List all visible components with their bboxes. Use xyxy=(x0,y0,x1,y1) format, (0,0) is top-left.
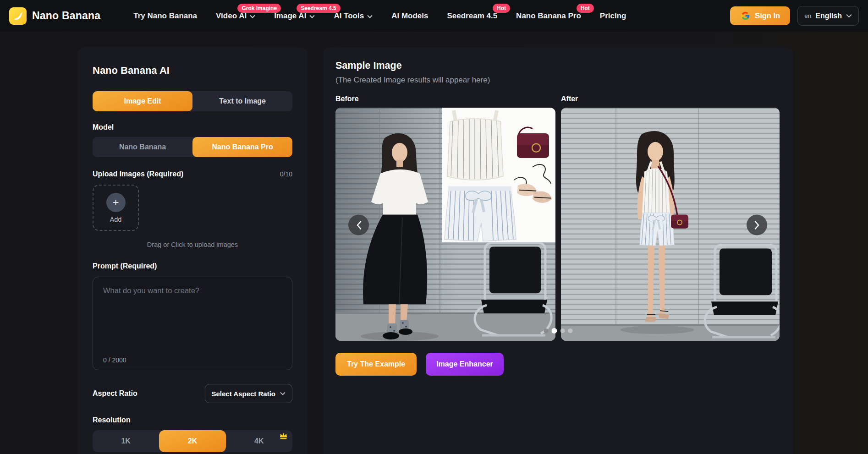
prompt-label: Prompt (Required) xyxy=(93,262,292,270)
chevron-down-icon xyxy=(367,15,373,18)
nav-item-nano-banana-pro[interactable]: Hot Nano Banana Pro xyxy=(516,11,581,21)
char-counter: 0 / 2000 xyxy=(103,356,126,364)
tab-image-edit[interactable]: Image Edit xyxy=(93,91,192,111)
nav-item-try-nano-banana[interactable]: Try Nano Banana xyxy=(133,11,197,21)
resolution-label: Resolution xyxy=(93,416,292,424)
before-after-carousel: Before xyxy=(335,95,781,341)
model-switch: Nano Banana Nano Banana Pro xyxy=(93,137,292,157)
model-option-nano-banana-pro[interactable]: Nano Banana Pro xyxy=(192,137,292,157)
language-selector[interactable]: en English xyxy=(797,6,859,26)
after-label: After xyxy=(561,95,780,103)
carousel-dot-2[interactable] xyxy=(552,328,557,334)
prompt-input[interactable] xyxy=(93,277,292,346)
nav-links: Try Nano Banana Grok Imagine Video AI Se… xyxy=(133,11,626,21)
model-label: Model xyxy=(93,123,292,131)
resolution-option-2k[interactable]: 2K xyxy=(159,430,225,452)
top-navbar: Nano Banana Try Nano Banana Grok Imagine… xyxy=(0,0,868,32)
sample-panel: Sample Image (The Created Image results … xyxy=(323,47,793,454)
brand[interactable]: Nano Banana xyxy=(9,7,100,25)
image-enhancer-button[interactable]: Image Enhancer xyxy=(426,353,504,376)
sample-subtitle: (The Created Image results will appear h… xyxy=(335,76,781,85)
aspect-ratio-row: Aspect Ratio Select Aspect Ratio xyxy=(93,384,292,403)
language-label: English xyxy=(815,12,842,20)
hot-badge: Hot xyxy=(577,4,594,13)
upload-header: Upload Images (Required) 0/10 xyxy=(93,170,292,178)
model-option-nano-banana[interactable]: Nano Banana xyxy=(93,137,192,157)
carousel-next-button[interactable] xyxy=(747,215,767,235)
upload-dropzone[interactable]: + Add xyxy=(93,185,139,231)
nav-item-ai-tools[interactable]: AI Tools xyxy=(334,11,373,21)
sample-actions: Try The Example Image Enhancer xyxy=(335,353,781,376)
nav-item-seedream-45[interactable]: Hot Seedream 4.5 xyxy=(447,11,497,21)
nav-item-image-ai[interactable]: Seedream 4.5 Image AI xyxy=(274,11,315,21)
carousel-dots xyxy=(544,328,573,334)
chevron-down-icon xyxy=(846,14,852,18)
google-icon xyxy=(740,11,750,21)
try-example-button[interactable]: Try The Example xyxy=(335,353,417,376)
language-code: en xyxy=(804,12,811,19)
nav-item-pricing[interactable]: Pricing xyxy=(600,11,626,21)
aspect-ratio-select[interactable]: Select Aspect Ratio xyxy=(205,384,293,403)
aspect-ratio-label: Aspect Ratio xyxy=(93,389,137,398)
resolution-switch: 1K 2K 4K xyxy=(93,430,292,452)
chevron-down-icon xyxy=(250,15,255,18)
prompt-box: 0 / 2000 xyxy=(93,277,292,370)
carousel-prev-button[interactable] xyxy=(348,215,369,235)
upload-label: Upload Images (Required) xyxy=(93,170,183,178)
before-label: Before xyxy=(335,95,555,103)
sample-title: Sample Image xyxy=(335,60,781,71)
nav-item-ai-models[interactable]: AI Models xyxy=(391,11,428,21)
plus-icon: + xyxy=(106,193,126,212)
carousel-dot-1[interactable] xyxy=(544,328,549,333)
brand-name: Nano Banana xyxy=(32,10,100,22)
generator-panel: Nano Banana AI Image Edit Text to Image … xyxy=(77,47,308,454)
chevron-right-icon xyxy=(754,220,760,230)
banana-logo-icon xyxy=(9,7,27,25)
nav-item-video-ai[interactable]: Grok Imagine Video AI xyxy=(216,11,255,21)
upload-hint: Drag or Click to upload images xyxy=(93,241,292,248)
sign-in-button[interactable]: Sign In xyxy=(730,6,790,25)
chevron-left-icon xyxy=(356,220,362,230)
upload-count: 0/10 xyxy=(280,170,292,178)
carousel-dot-4[interactable] xyxy=(568,328,573,333)
before-column: Before xyxy=(335,95,555,341)
chevron-down-icon xyxy=(309,15,315,18)
add-label: Add xyxy=(110,216,122,223)
after-column: After xyxy=(561,95,780,341)
carousel-dot-3[interactable] xyxy=(560,328,565,333)
navbar-right: Sign In en English xyxy=(730,6,859,26)
panel-title: Nano Banana AI xyxy=(93,65,292,77)
chevron-down-icon xyxy=(280,392,286,395)
resolution-option-1k[interactable]: 1K xyxy=(93,430,159,452)
crown-premium-icon xyxy=(279,432,288,442)
mode-tabs: Image Edit Text to Image xyxy=(93,91,292,111)
tab-text-to-image[interactable]: Text to Image xyxy=(192,91,292,111)
hot-badge: Hot xyxy=(493,4,510,13)
